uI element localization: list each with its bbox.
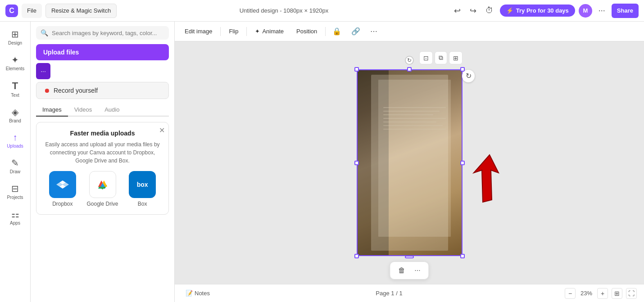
canvas-image[interactable] <box>357 69 463 256</box>
selection-handle-br[interactable] <box>460 254 465 258</box>
sidebar-item-draw[interactable]: ✎ Draw <box>2 154 28 178</box>
notes-label: Notes <box>195 290 210 297</box>
design-icon: ⊞ <box>11 29 19 40</box>
record-icon: ⏺ <box>44 87 50 94</box>
sidebar-item-brand[interactable]: ◈ Brand <box>2 103 28 127</box>
context-action-1[interactable]: ⊡ <box>419 51 433 64</box>
toolbar-separator-1 <box>220 27 221 36</box>
elements-icon: ✦ <box>11 54 19 65</box>
context-action-3[interactable]: ⊞ <box>449 51 463 64</box>
edit-image-button[interactable]: Edit image <box>180 26 217 37</box>
search-input[interactable] <box>52 30 164 36</box>
promo-service-gdrive[interactable]: Google Drive <box>86 171 118 207</box>
canvas-area: Edit image Flip ✦ Animate Position 🔒 🔗 ⋯… <box>175 22 644 302</box>
redo-button[interactable]: ↪ <box>467 4 479 18</box>
floating-delete-button[interactable]: 🗑 <box>395 265 408 276</box>
rotate-handle[interactable]: ↻ <box>405 56 414 65</box>
topbar-right: ↩ ↪ ⏱ ⚡ Try Pro for 30 days M ··· Share <box>451 4 639 18</box>
zoom-out-button[interactable]: − <box>565 288 576 299</box>
media-promo: ✕ Faster media uploads Easily access and… <box>36 122 169 215</box>
bottom-bar: 📝 Notes Page 1 / 1 − 23% + ⊞ ⛶ <box>175 284 644 302</box>
resize-icon[interactable]: ↻ <box>462 70 475 82</box>
canvas-content[interactable]: ⊡ ⧉ ⊞ ↻ <box>175 41 644 284</box>
selection-handle-bm[interactable] <box>405 256 414 258</box>
notes-button[interactable]: 📝 Notes <box>182 288 213 298</box>
topbar: C File Resize & Magic Switch Untitled de… <box>0 0 644 22</box>
flip-button[interactable]: Flip <box>224 26 243 37</box>
floating-more-button[interactable]: ··· <box>412 265 423 276</box>
upload-files-button[interactable]: Upload files <box>36 44 169 60</box>
dropbox-icon <box>49 171 76 198</box>
sidebar-item-elements[interactable]: ✦ Elements <box>2 51 28 75</box>
sidebar-item-design[interactable]: ⊞ Design <box>2 25 28 49</box>
page-info: Page 1 / 1 <box>376 290 402 297</box>
sidebar-item-projects[interactable]: ⊟ Projects <box>2 180 28 203</box>
upload-files-label: Upload files <box>43 49 79 56</box>
promo-close-button[interactable]: ✕ <box>159 126 165 135</box>
sidebar-item-label-projects: Projects <box>7 195 23 200</box>
upload-more-options-button[interactable]: ··· <box>36 63 50 79</box>
sidebar-item-label-apps: Apps <box>10 221 20 225</box>
notes-icon: 📝 <box>186 290 193 297</box>
fullscreen-button[interactable]: ⛶ <box>626 288 637 299</box>
animate-button[interactable]: ✦ Animate <box>250 26 288 37</box>
promo-service-box[interactable]: box Box <box>129 171 156 207</box>
sidebar-item-label-brand: Brand <box>9 118 21 123</box>
timer-button[interactable]: ⏱ <box>483 4 496 17</box>
selection-handle-bl[interactable] <box>354 254 359 258</box>
selection-handle-tl[interactable] <box>354 67 359 72</box>
undo-button[interactable]: ↩ <box>451 4 463 18</box>
record-label: Record yourself <box>54 87 98 94</box>
sidebar-item-label-uploads: Uploads <box>7 144 23 149</box>
sidebar-item-label-text: Text <box>11 93 19 98</box>
panel-tabs: Images Videos Audio <box>36 104 169 117</box>
zoom-in-button[interactable]: + <box>597 288 608 299</box>
sidebar-item-uploads[interactable]: ↑ Uploads <box>2 129 28 152</box>
promo-description: Easily access and upload all your media … <box>44 140 161 165</box>
more-options-tb-button[interactable]: ⋯ <box>367 25 381 38</box>
position-button[interactable]: Position <box>292 26 322 37</box>
tab-images[interactable]: Images <box>36 104 68 117</box>
bottom-center: Page 1 / 1 <box>213 290 565 297</box>
toolbar-separator-2 <box>246 27 247 36</box>
share-button[interactable]: Share <box>612 4 639 18</box>
selection-handle-mr[interactable] <box>460 161 465 165</box>
grid-view-button[interactable]: ⊞ <box>612 288 622 299</box>
sidebar-item-label-elements: Elements <box>6 66 25 71</box>
canvas-image-container[interactable]: ⊡ ⧉ ⊞ ↻ <box>357 69 463 256</box>
sidebar-item-label-draw: Draw <box>10 169 20 174</box>
dropbox-label: Dropbox <box>52 201 73 207</box>
text-icon: T <box>12 80 18 92</box>
toolbar-separator-3 <box>325 27 326 36</box>
selection-handle-tm[interactable] <box>407 67 412 72</box>
sidebar-item-label-design: Design <box>8 41 22 45</box>
promo-service-dropbox[interactable]: Dropbox <box>49 171 76 207</box>
apps-icon: ⚏ <box>11 209 19 220</box>
canva-logo: C <box>5 5 18 17</box>
search-icon: 🔍 <box>41 29 48 36</box>
selection-handle-ml[interactable] <box>354 161 359 165</box>
link-button[interactable]: 🔗 <box>348 25 363 38</box>
topbar-left: C File Resize & Magic Switch <box>5 4 117 18</box>
file-menu-button[interactable]: File <box>22 4 42 18</box>
promo-title: Faster media uploads <box>44 130 161 137</box>
context-action-2[interactable]: ⧉ <box>435 51 447 64</box>
search-input-wrap: 🔍 <box>36 26 169 40</box>
more-options-button[interactable]: ··· <box>596 4 608 17</box>
left-panel-scroll: ✕ Faster media uploads Easily access and… <box>31 117 174 302</box>
red-arrow-overlay <box>465 150 501 204</box>
tab-audio[interactable]: Audio <box>98 104 126 117</box>
tab-videos[interactable]: Videos <box>68 104 99 117</box>
resize-magic-button[interactable]: Resize & Magic Switch <box>45 4 117 18</box>
pro-icon: ⚡ <box>506 7 513 14</box>
record-yourself-button[interactable]: ⏺ Record yourself <box>36 82 169 99</box>
try-pro-button[interactable]: ⚡ Try Pro for 30 days <box>500 5 575 17</box>
lock-button[interactable]: 🔒 <box>329 25 345 38</box>
sidebar-item-apps[interactable]: ⚏ Apps <box>2 205 28 229</box>
upload-section: Upload files ··· ⏺ Record yourself <box>31 40 174 99</box>
search-bar: 🔍 <box>31 22 174 40</box>
animate-label: Animate <box>262 28 284 35</box>
left-panel: 🔍 Upload files ··· ⏺ Record yourself Ima… <box>31 22 175 302</box>
sidebar-item-text[interactable]: T Text <box>2 77 28 101</box>
avatar[interactable]: M <box>579 4 592 18</box>
